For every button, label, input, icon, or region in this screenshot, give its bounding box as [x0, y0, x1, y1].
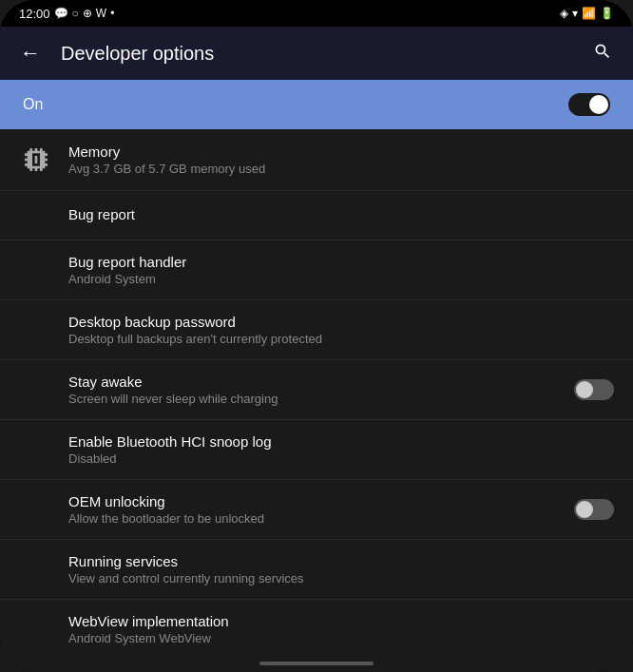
dot-icon: • [110, 7, 114, 20]
bottom-nav-indicator [259, 662, 374, 665]
back-button[interactable]: ← [15, 41, 46, 66]
memory-subtitle: Avg 3.7 GB of 5.7 GB memory used [68, 162, 265, 176]
messenger-icon: 💬 [54, 7, 68, 20]
title-desktop-backup-password: Desktop backup password [68, 314, 614, 330]
status-left: 12:00 💬 ○ ⊕ W • [19, 7, 114, 21]
subtitle-desktop-backup-password: Desktop full backups aren't currently pr… [68, 332, 614, 346]
title-bug-report-handler: Bug report handler [68, 254, 614, 270]
circle-icon: ○ [72, 7, 79, 20]
settings-item-webview-implementation[interactable]: WebView implementation Android System We… [0, 600, 633, 655]
subtitle-bug-report-handler: Android System [68, 272, 614, 286]
settings-content: Memory Avg 3.7 GB of 5.7 GB memory used … [0, 129, 633, 655]
status-time: 12:00 [19, 7, 50, 21]
text-running-services: Running services View and control curren… [68, 553, 614, 586]
subtitle-oem-unlocking: Allow the bootloader to be unlocked [68, 511, 574, 526]
toggle-oem-unlocking[interactable] [574, 499, 614, 520]
settings-item-bluetooth-hci[interactable]: Enable Bluetooth HCI snoop log Disabled [0, 420, 633, 480]
signal-icon: 📶 [582, 7, 596, 20]
settings-item-desktop-backup-password[interactable]: Desktop backup password Desktop full bac… [0, 300, 633, 360]
settings-item-oem-unlocking[interactable]: OEM unlocking Allow the bootloader to be… [0, 480, 633, 540]
text-bluetooth-hci: Enable Bluetooth HCI snoop log Disabled [68, 433, 614, 466]
status-bar: 12:00 💬 ○ ⊕ W • ◈ ▾ 📶 🔋 [0, 0, 633, 27]
title-bug-report: Bug report [68, 206, 614, 222]
privacy-icon: ◈ [560, 7, 568, 20]
subtitle-running-services: View and control currently running servi… [68, 571, 614, 586]
text-desktop-backup-password: Desktop backup password Desktop full bac… [68, 314, 614, 346]
bottom-bar [0, 655, 633, 672]
title-stay-awake: Stay awake [68, 374, 574, 390]
on-label: On [23, 96, 43, 113]
title-bluetooth-hci: Enable Bluetooth HCI snoop log [68, 433, 614, 450]
battery-icon: 🔋 [600, 7, 614, 20]
w-icon: W [96, 7, 106, 20]
toggle-knob [589, 95, 608, 114]
title-running-services: Running services [68, 553, 614, 569]
title-webview-implementation: WebView implementation [68, 613, 614, 629]
phone-frame: 12:00 💬 ○ ⊕ W • ◈ ▾ 📶 🔋 ← Developer opti… [0, 0, 633, 672]
text-oem-unlocking: OEM unlocking Allow the bootloader to be… [68, 493, 574, 526]
cpu-icon [19, 143, 53, 177]
search-button[interactable] [587, 42, 618, 66]
knob-oem-unlocking [576, 501, 593, 518]
text-bug-report: Bug report [68, 206, 614, 224]
wifi-icon: ▾ [572, 7, 578, 20]
developer-options-toggle[interactable] [568, 93, 610, 116]
app-bar: ← Developer options [0, 27, 633, 80]
subtitle-bluetooth-hci: Disabled [68, 451, 614, 466]
settings-item-bug-report[interactable]: Bug report [0, 191, 633, 240]
text-bug-report-handler: Bug report handler Android System [68, 254, 614, 286]
settings-item-running-services[interactable]: Running services View and control curren… [0, 540, 633, 600]
memory-text: Memory Avg 3.7 GB of 5.7 GB memory used [68, 144, 265, 176]
memory-title: Memory [68, 144, 265, 160]
page-title: Developer options [61, 43, 587, 65]
settings-list: Bug report Bug report handler Android Sy… [0, 191, 633, 655]
text-webview-implementation: WebView implementation Android System We… [68, 613, 614, 645]
title-oem-unlocking: OEM unlocking [68, 493, 574, 509]
status-right-icons: ◈ ▾ 📶 🔋 [560, 7, 614, 20]
knob-stay-awake [576, 381, 593, 398]
location-icon: ⊕ [83, 7, 92, 20]
settings-item-stay-awake[interactable]: Stay awake Screen will never sleep while… [0, 360, 633, 420]
subtitle-stay-awake: Screen will never sleep while charging [68, 392, 574, 406]
text-stay-awake: Stay awake Screen will never sleep while… [68, 374, 574, 406]
settings-item-bug-report-handler[interactable]: Bug report handler Android System [0, 240, 633, 300]
toggle-stay-awake[interactable] [574, 379, 614, 400]
developer-options-toggle-row[interactable]: On [0, 80, 633, 129]
memory-item[interactable]: Memory Avg 3.7 GB of 5.7 GB memory used [0, 129, 633, 191]
subtitle-webview-implementation: Android System WebView [68, 631, 614, 645]
